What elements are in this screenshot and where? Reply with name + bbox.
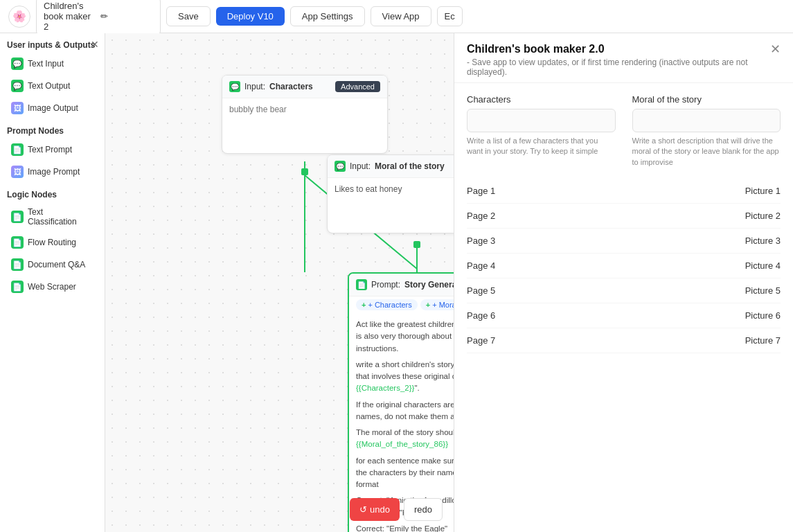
picture6-label: Picture 6 [745, 310, 781, 321]
page4-label: Page 4 [467, 260, 495, 271]
sidebar-item-image-output[interactable]: 🖼 Image Output [4, 98, 100, 118]
characters-input-desc: Write a list of a few characters that yo… [467, 136, 616, 157]
app-logo: 🌸 [8, 6, 30, 28]
input-moral-body[interactable]: Likes to eat honey [328, 178, 454, 233]
prompt-line-4: The moral of the story should be: {{Mora… [356, 427, 454, 451]
sidebar-item-text-classification[interactable]: 📄 Text Classification [4, 203, 100, 231]
input-moral-node[interactable]: 💬 Input: Moral of the story Advanced Lik… [327, 154, 454, 233]
sidebar-close-icon[interactable]: ✕ [91, 39, 99, 50]
prompt-story-node[interactable]: 📄 Prompt: Story Generation Advanced + + … [348, 272, 454, 532]
sidebar-item-flow-routing-label: Flow Routing [28, 238, 76, 247]
picture4-label: Picture 4 [745, 260, 781, 271]
input-chars-body [222, 98, 387, 153]
input-chars-advanced-btn[interactable]: Advanced [335, 81, 380, 92]
page6-label: Page 6 [467, 310, 495, 321]
text-prompt-icon: 📄 [11, 143, 24, 156]
sidebar-item-text-prompt[interactable]: 📄 Text Prompt [4, 139, 100, 160]
undo-button[interactable]: ↺ undo [350, 498, 400, 521]
sidebar-item-text-output-label: Text Output [28, 81, 70, 91]
moral-input-desc: Write a short description that will driv… [632, 136, 781, 168]
app-settings-button[interactable]: App Settings [290, 6, 365, 26]
save-button[interactable]: Save [166, 6, 211, 26]
picture3-label: Picture 3 [745, 236, 781, 246]
sidebar-item-text-input[interactable]: 💬 Text Input [4, 53, 100, 74]
moral-input-section: Moral of the story Write a short descrip… [632, 94, 781, 168]
prompt-story-header: 📄 Prompt: Story Generation Advanced [349, 274, 454, 296]
image-output-icon: 🖼 [11, 102, 24, 114]
right-panel: Children's book maker 2.0 - Save app to … [454, 33, 793, 532]
input-chars-textarea[interactable] [229, 104, 380, 145]
input-characters-node[interactable]: 💬 Input: Characters Advanced [222, 75, 388, 154]
web-scraper-icon: 📄 [11, 281, 24, 293]
prompt-var-characters: {{Characters_2}} [356, 384, 414, 392]
text-classification-icon: 📄 [11, 211, 24, 223]
topbar: 🌸 Children's book maker 2 ✏ Save Deploy … [0, 0, 793, 33]
sidebar-item-text-input-label: Text Input [28, 59, 64, 69]
prompt-line-7: Correct: "Emily the Eagle"Not correct: "… [356, 523, 454, 532]
prompt-line-3: If the original characters are simple pe… [356, 399, 454, 423]
sidebar: ✕ User inputs & Outputs 💬 Text Input 💬 T… [0, 33, 105, 532]
prompt-tags-bar: + + Characters + + Moral of the ... [349, 296, 454, 314]
sidebar-item-image-prompt[interactable]: 🖼 Image Prompt [4, 161, 100, 182]
prompt-tag-characters[interactable]: + + Characters [356, 299, 418, 310]
picture2-label: Picture 2 [745, 211, 781, 221]
sidebar-item-document-qa-label: Document Q&A [28, 260, 85, 269]
picture7-label: Picture 7 [745, 335, 781, 346]
text-output-icon: 💬 [11, 80, 24, 92]
view-app-button[interactable]: View App [371, 6, 431, 26]
page2-label: Page 2 [467, 211, 495, 221]
app-name-field[interactable]: Children's book maker 2 ✏ [36, 0, 161, 35]
output-rows-container: Page 1 Picture 1 Page 2 Picture 2 Page 3… [467, 179, 781, 353]
sidebar-item-web-scraper-label: Web Scraper [28, 282, 76, 292]
deploy-button[interactable]: Deploy V10 [216, 7, 285, 26]
sidebar-item-text-output[interactable]: 💬 Text Output [4, 76, 100, 96]
right-panel-close-button[interactable]: ✕ [770, 43, 781, 55]
input-chars-name: Characters [269, 82, 313, 91]
input-moral-textarea[interactable]: Likes to eat honey [335, 184, 454, 225]
moral-input-field[interactable] [632, 109, 781, 132]
input-moral-header: 💬 Input: Moral of the story Advanced [328, 155, 454, 178]
sidebar-item-web-scraper[interactable]: 📄 Web Scraper [4, 276, 100, 297]
prompt-tag-characters-label: + Characters [368, 301, 411, 309]
flow-canvas[interactable]: 💬 Input: Characters Advanced 💬 Input: Mo… [105, 33, 454, 532]
right-panel-subtitle: - Save app to view updates, or if first … [467, 57, 770, 77]
output-row-page6: Page 6 Picture 6 [467, 303, 781, 328]
image-prompt-icon: 🖼 [11, 166, 24, 178]
moral-input-label: Moral of the story [632, 94, 781, 105]
page3-label: Page 3 [467, 236, 495, 246]
sidebar-item-document-qa[interactable]: 📄 Document Q&A [4, 254, 100, 275]
undo-redo-bar: ↺ undo redo [350, 498, 443, 521]
main-area: ✕ User inputs & Outputs 💬 Text Input 💬 T… [0, 33, 793, 532]
page1-label: Page 1 [467, 186, 495, 196]
sidebar-item-image-prompt-label: Image Prompt [28, 167, 80, 177]
prompt-tag-moral[interactable]: + + Moral of the ... [420, 299, 454, 310]
characters-input-field[interactable] [467, 109, 616, 132]
sidebar-item-flow-routing[interactable]: 📄 Flow Routing [4, 232, 100, 253]
input-moral-name: Moral of the story [375, 161, 445, 171]
prompt-story-title: Prompt: [371, 280, 400, 290]
sidebar-item-text-prompt-label: Text Prompt [28, 145, 72, 154]
sidebar-item-text-classification-label: Text Classification [28, 207, 93, 227]
input-characters-header: 💬 Input: Characters Advanced [222, 76, 387, 98]
output-row-page2: Page 2 Picture 2 [467, 204, 781, 229]
input-moral-icon: 💬 [335, 161, 346, 172]
prompt-line-2: write a short children's story in 10 sen… [356, 359, 454, 395]
prompt-line-1: Act like the greatest children's book au… [356, 319, 454, 355]
redo-button[interactable]: redo [404, 498, 443, 521]
extra-button[interactable]: Ec [437, 6, 463, 26]
characters-input-label: Characters [467, 94, 616, 105]
prompt-tag-moral-label: + Moral of the ... [432, 301, 454, 309]
document-qa-icon: 📄 [11, 258, 24, 271]
picture1-label: Picture 1 [745, 186, 781, 196]
edit-name-icon[interactable]: ✏ [100, 11, 153, 21]
prompt-story-name: Story Generation [404, 280, 454, 290]
input-chars-title: Input: [244, 82, 265, 91]
picture5-label: Picture 5 [745, 285, 781, 296]
input-chars-icon: 💬 [229, 81, 240, 92]
input-moral-title: Input: [350, 161, 371, 171]
output-row-page4: Page 4 Picture 4 [467, 254, 781, 278]
section-prompt-title: Prompt Nodes [0, 119, 105, 139]
right-panel-content: Characters Write a list of a few charact… [454, 83, 793, 532]
characters-input-section: Characters Write a list of a few charact… [467, 94, 616, 168]
output-row-page3: Page 3 Picture 3 [467, 229, 781, 254]
